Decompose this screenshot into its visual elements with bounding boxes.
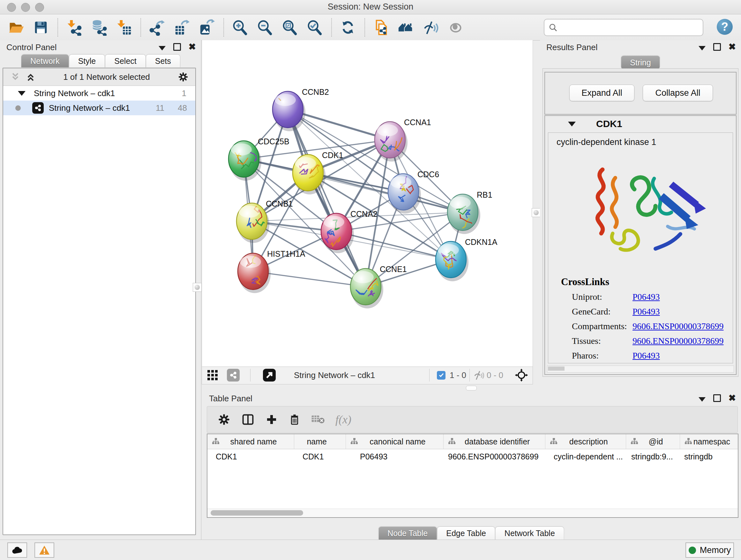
export-image-icon[interactable]	[198, 18, 216, 37]
zoom-out-icon[interactable]	[256, 18, 274, 37]
cell-canonical-name: P06493	[346, 452, 444, 461]
help-icon[interactable]: ?	[717, 19, 733, 35]
zoom-in-icon[interactable]	[231, 18, 249, 37]
detach-view-icon[interactable]	[263, 367, 276, 383]
string-app-documents-icon[interactable]	[372, 18, 390, 37]
results-tabs: String	[621, 56, 660, 69]
toolbar-separator	[429, 369, 429, 381]
delete-table-icon	[311, 414, 325, 425]
selected-nodes-checkbox[interactable]	[437, 367, 446, 383]
tab-string[interactable]: String	[621, 56, 660, 69]
import-table-file-icon[interactable]	[115, 18, 133, 37]
add-column-icon[interactable]	[265, 413, 278, 426]
birds-eye-view-icon[interactable]	[515, 367, 528, 383]
tab-select[interactable]: Select	[105, 54, 145, 67]
network-row[interactable]: String Network – cdk1 11 48	[3, 101, 195, 115]
cloud-status-button[interactable]	[7, 543, 27, 558]
network-node-label: CDK1	[322, 151, 343, 160]
panel-menu-icon[interactable]	[698, 46, 705, 51]
network-canvas[interactable]: CCNB2CCNA1CDC25BCDK1CDC6RB1CCNB1CCNA2CDK…	[202, 40, 533, 367]
network-edge[interactable]	[288, 110, 366, 287]
cloud-icon	[12, 546, 23, 554]
panel-menu-icon[interactable]	[158, 46, 165, 51]
table-horizontal-scrollbar[interactable]	[207, 509, 738, 517]
left-splitter-handle[interactable]	[193, 283, 202, 292]
column-header[interactable]: database identifier	[444, 434, 545, 449]
zoom-fit-icon[interactable]	[281, 18, 299, 37]
network-node-CCNB1[interactable]: CCNB1	[237, 199, 293, 243]
memory-button[interactable]: Memory	[685, 543, 734, 558]
collapse-all-icon[interactable]	[10, 72, 20, 82]
search-input[interactable]	[558, 21, 703, 34]
tab-network[interactable]: Network	[21, 54, 69, 67]
network-view-mode-icon[interactable]	[227, 367, 240, 383]
bottom-splitter-handle[interactable]	[466, 386, 477, 390]
import-network-database-icon[interactable]	[90, 18, 108, 37]
memory-status-dot	[689, 547, 696, 554]
panel-menu-icon[interactable]	[698, 397, 705, 401]
expand-all-icon[interactable]	[25, 72, 36, 82]
panel-close-icon[interactable]: ✖	[729, 43, 736, 51]
column-header[interactable]: namespac	[680, 434, 738, 449]
tab-style[interactable]: Style	[69, 54, 105, 67]
grid-view-icon[interactable]	[207, 367, 218, 383]
crosslink-row: GeneCard: P06493	[572, 304, 733, 319]
tab-edge-table[interactable]: Edge Table	[437, 526, 495, 540]
panel-float-icon[interactable]	[173, 43, 181, 51]
network-node-HIST1H1A[interactable]: HIST1H1A	[238, 247, 306, 293]
network-node-CCNE1[interactable]: CCNE1	[350, 265, 407, 308]
gear-icon[interactable]	[178, 71, 189, 83]
network-node-CDKN1A[interactable]: CDKN1A	[435, 238, 497, 281]
export-table-icon[interactable]	[173, 18, 191, 37]
panel-float-icon[interactable]	[713, 43, 721, 51]
refresh-view-icon[interactable]	[339, 18, 357, 37]
network-collection-row[interactable]: String Network – cdk1 1	[3, 86, 195, 101]
delete-column-icon[interactable]	[288, 413, 301, 426]
crosslink-link[interactable]: 9606.ENSP00000378699	[632, 336, 724, 346]
crosslink-link[interactable]: P06493	[632, 307, 660, 317]
tab-sets[interactable]: Sets	[146, 54, 180, 67]
collection-disclosure-icon[interactable]	[18, 91, 25, 96]
panel-float-icon[interactable]	[713, 394, 721, 402]
column-header[interactable]: canonical name	[346, 434, 444, 449]
results-horizontal-scrollbar[interactable]	[547, 366, 734, 373]
hide-graphics-details-icon[interactable]	[422, 18, 440, 37]
right-splitter-handle[interactable]	[532, 208, 541, 217]
collapse-all-button[interactable]: Collapse All	[643, 84, 713, 101]
network-node-CCNA2[interactable]: CCNA2	[321, 209, 378, 253]
protein-section-header[interactable]: CDK1	[545, 116, 736, 132]
crosslink-link[interactable]: P06493	[632, 292, 660, 302]
column-header[interactable]: shared name	[207, 434, 294, 449]
column-header[interactable]: @id	[626, 434, 680, 449]
tab-node-table[interactable]: Node Table	[378, 526, 437, 540]
network-node-RB1[interactable]: RB1	[448, 190, 492, 234]
crosslink-link[interactable]: P06493	[632, 351, 660, 361]
warnings-button[interactable]	[35, 543, 54, 558]
open-session-icon[interactable]	[7, 18, 25, 37]
panel-close-icon[interactable]: ✖	[189, 43, 196, 51]
protein-disclosure-icon[interactable]	[568, 122, 576, 126]
crosslink-link[interactable]: 9606.ENSP00000378699	[632, 321, 724, 331]
network-node-CCNA1[interactable]: CCNA1	[375, 118, 431, 162]
export-network-icon[interactable]	[148, 18, 166, 37]
table-row[interactable]: CDK1 CDK1 P06493 9606.ENSP00000378699 cy…	[207, 449, 738, 464]
panel-close-icon[interactable]: ✖	[729, 394, 736, 402]
column-header[interactable]: description	[545, 434, 626, 449]
expand-all-button[interactable]: Expand All	[569, 84, 634, 101]
import-network-file-icon[interactable]	[65, 18, 83, 37]
zoom-selected-icon[interactable]	[306, 18, 324, 37]
column-header[interactable]: name	[294, 434, 346, 449]
show-graphics-details-icon[interactable]	[447, 18, 465, 37]
show-columns-icon[interactable]	[241, 413, 255, 426]
cell-id: stringdb:9...	[626, 452, 680, 461]
network-node-CDC6[interactable]: CDC6	[388, 170, 439, 213]
table-settings-gear-icon[interactable]	[217, 413, 231, 426]
crosslink-row: Uniprot: P06493	[572, 290, 733, 304]
home-icon[interactable]	[397, 18, 415, 37]
save-session-icon[interactable]	[32, 18, 50, 37]
control-panel-header: Control Panel ✖	[0, 40, 201, 54]
tab-network-table[interactable]: Network Table	[495, 526, 564, 540]
network-node-CCNB2[interactable]: CCNB2	[247, 65, 329, 131]
hidden-elements-icon[interactable]	[473, 367, 485, 383]
toolbar-separator	[469, 369, 470, 381]
